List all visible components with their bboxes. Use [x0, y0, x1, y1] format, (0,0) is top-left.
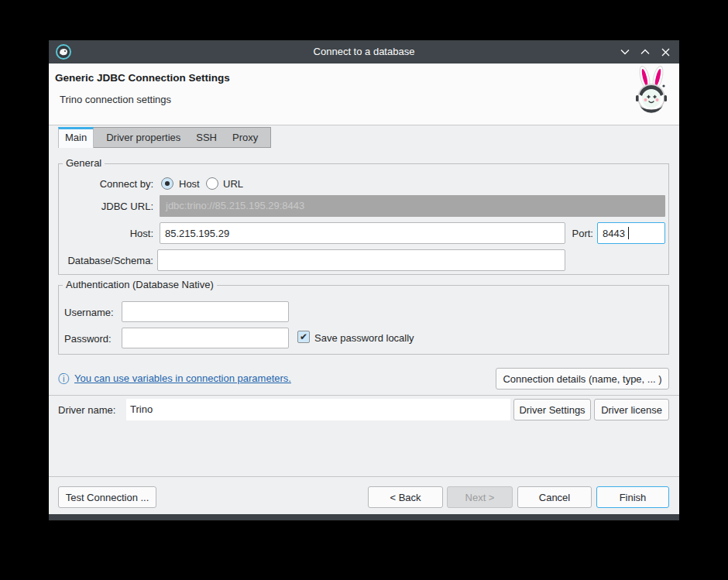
connect-by-label: Connect by:: [59, 178, 153, 190]
url-radio-label[interactable]: URL: [223, 178, 243, 190]
titlebar[interactable]: Connect to a database: [49, 40, 679, 63]
driver-name-label: Driver name:: [58, 404, 115, 416]
tab-driver-properties[interactable]: Driver properties: [98, 128, 188, 147]
page-title: Generic JDBC Connection Settings: [55, 72, 230, 84]
chevron-down-icon: [620, 49, 630, 55]
dbeaver-app-icon: [56, 44, 71, 60]
text-caret: [628, 227, 629, 239]
inactive-tab-group: Driver properties SSH Proxy: [93, 127, 271, 148]
save-password-label[interactable]: Save password locally: [314, 332, 414, 344]
jdbc-url-label: JDBC URL:: [59, 201, 153, 212]
general-groupbox: General Connect by: Host URL JDBC URL: j…: [58, 163, 669, 275]
authentication-groupbox: Authentication (Database Native) Usernam…: [58, 285, 669, 355]
wizard-header: Generic JDBC Connection Settings Trino c…: [49, 63, 679, 125]
separator-line: [49, 476, 679, 477]
chevron-up-icon: [640, 49, 650, 55]
close-icon: [661, 48, 670, 57]
url-radio[interactable]: [206, 177, 218, 190]
connect-dialog-window: Connect to a database: [49, 40, 679, 520]
authentication-legend: Authentication (Database Native): [63, 279, 217, 290]
database-input[interactable]: [157, 249, 565, 271]
window-controls: [619, 40, 671, 63]
driver-license-button[interactable]: Driver license: [594, 399, 669, 420]
driver-name-field: Trino: [126, 399, 510, 420]
jdbc-url-field: jdbc:trino://85.215.195.29:8443: [160, 195, 665, 217]
username-label: Username:: [64, 307, 114, 318]
connection-details-button[interactable]: Connection details (name, type, ... ): [496, 368, 669, 390]
test-connection-button[interactable]: Test Connection ...: [58, 486, 156, 508]
checkmark-icon: ✔: [300, 331, 307, 342]
save-password-checkbox[interactable]: ✔: [297, 331, 310, 343]
port-label: Port:: [547, 228, 593, 239]
window-bottom-edge: [49, 514, 679, 520]
maximize-button[interactable]: [639, 46, 651, 58]
close-button[interactable]: [659, 46, 671, 58]
back-button[interactable]: < Back: [368, 486, 443, 508]
tab-main[interactable]: Main: [58, 127, 94, 148]
username-input[interactable]: [122, 301, 289, 322]
info-icon: ⓘ: [58, 373, 69, 384]
minimize-button[interactable]: [619, 46, 631, 58]
window-title: Connect to a database: [314, 40, 415, 63]
host-label: Host:: [59, 228, 153, 239]
finish-button[interactable]: Finish: [596, 486, 669, 508]
host-radio-label[interactable]: Host: [179, 178, 200, 190]
desktop-background: Connect to a database: [0, 0, 728, 580]
tab-proxy[interactable]: Proxy: [225, 128, 266, 147]
variables-link[interactable]: You can use variables in connection para…: [74, 372, 291, 384]
tab-ssh[interactable]: SSH: [188, 128, 225, 147]
port-input[interactable]: [597, 222, 665, 244]
host-input[interactable]: [160, 222, 565, 244]
password-label: Password:: [64, 333, 112, 345]
next-button: Next >: [447, 486, 513, 508]
tab-bar: Main Driver properties SSH Proxy: [58, 127, 271, 148]
password-input[interactable]: [122, 328, 289, 348]
database-label: Database/Schema:: [59, 255, 153, 266]
trino-bunny-logo-icon: [628, 65, 673, 115]
host-radio[interactable]: [161, 177, 173, 190]
separator-line: [49, 395, 679, 396]
cancel-button[interactable]: Cancel: [517, 486, 592, 508]
driver-settings-button[interactable]: Driver Settings: [513, 399, 591, 420]
general-legend: General: [63, 157, 105, 169]
page-subtitle: Trino connection settings: [60, 94, 171, 105]
